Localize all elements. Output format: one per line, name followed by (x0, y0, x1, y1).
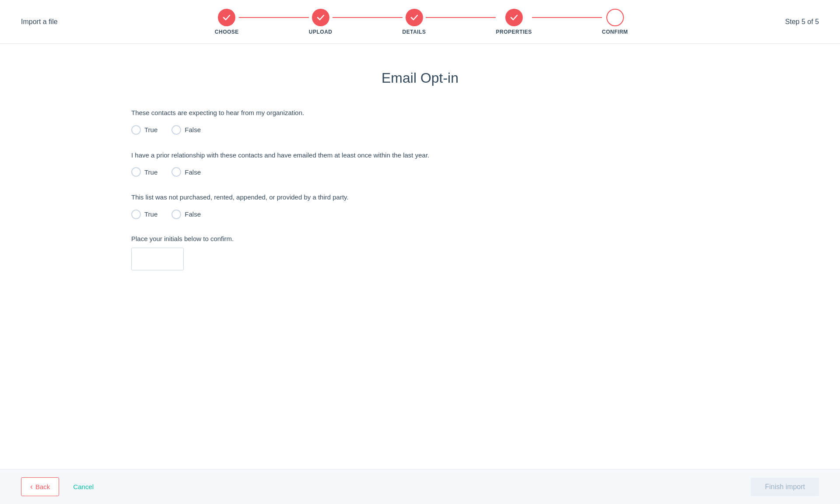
footer-left: ‹ Back Cancel (21, 477, 94, 496)
question-block-3: This list was not purchased, rented, app… (131, 192, 709, 219)
radio-input-q1-false[interactable] (172, 125, 181, 135)
question-text-2: I have a prior relationship with these c… (131, 150, 709, 161)
radio-option-q2-true[interactable]: True (131, 167, 158, 177)
footer: ‹ Back Cancel Finish import (0, 469, 840, 504)
question-text-3: This list was not purchased, rented, app… (131, 192, 709, 203)
step-confirm: CONFIRM (602, 9, 628, 35)
question-text-1: These contacts are expecting to hear fro… (131, 108, 709, 118)
question-block-2: I have a prior relationship with these c… (131, 150, 709, 177)
initials-label: Place your initials below to confirm. (131, 235, 709, 242)
radio-input-q1-true[interactable] (131, 125, 141, 135)
initials-input[interactable] (131, 248, 184, 270)
step-upload: UPLOAD (309, 9, 332, 35)
import-title: Import a file (21, 18, 58, 26)
radio-input-q3-true[interactable] (131, 210, 141, 219)
radio-group-1: True False (131, 125, 709, 135)
step-circle-upload (312, 9, 329, 26)
step-label-choose: CHOOSE (215, 29, 239, 35)
radio-option-q2-false[interactable]: False (172, 167, 201, 177)
question-block-1: These contacts are expecting to hear fro… (131, 108, 709, 135)
step-circle-properties (505, 9, 523, 26)
radio-option-q1-true[interactable]: True (131, 125, 158, 135)
step-properties: PROPERTIES (496, 9, 532, 35)
radio-group-2: True False (131, 167, 709, 177)
back-label: Back (35, 483, 50, 490)
connector-4 (532, 17, 602, 18)
step-circle-choose (218, 9, 235, 26)
step-circle-details (406, 9, 423, 26)
connector-1 (239, 17, 309, 18)
initials-section: Place your initials below to confirm. (131, 235, 709, 270)
radio-label-q2-false: False (185, 168, 201, 176)
stepper: CHOOSE UPLOAD DETAILS (215, 9, 628, 35)
radio-option-q3-true[interactable]: True (131, 210, 158, 219)
step-circle-confirm (606, 9, 624, 26)
radio-group-3: True False (131, 210, 709, 219)
back-chevron-icon: ‹ (30, 482, 33, 491)
step-label-properties: PROPERTIES (496, 29, 532, 35)
main-content: Email Opt-in These contacts are expectin… (0, 44, 840, 469)
back-button[interactable]: ‹ Back (21, 477, 59, 496)
step-label-details: DETAILS (402, 29, 426, 35)
step-choose: CHOOSE (215, 9, 239, 35)
radio-input-q2-false[interactable] (172, 167, 181, 177)
step-label-confirm: CONFIRM (602, 29, 628, 35)
radio-label-q2-true: True (144, 168, 158, 176)
radio-label-q1-true: True (144, 126, 158, 133)
finish-import-button[interactable]: Finish import (751, 478, 819, 496)
step-counter: Step 5 of 5 (785, 18, 819, 26)
radio-label-q3-false: False (185, 210, 201, 218)
cancel-link[interactable]: Cancel (73, 483, 94, 490)
radio-input-q2-true[interactable] (131, 167, 141, 177)
radio-option-q1-false[interactable]: False (172, 125, 201, 135)
step-details: DETAILS (402, 9, 426, 35)
page-title: Email Opt-in (131, 70, 709, 86)
connector-2 (332, 17, 402, 18)
header: Import a file CHOOSE UPLOAD (0, 0, 840, 44)
step-label-upload: UPLOAD (309, 29, 332, 35)
connector-3 (426, 17, 496, 18)
radio-option-q3-false[interactable]: False (172, 210, 201, 219)
radio-label-q3-true: True (144, 210, 158, 218)
radio-label-q1-false: False (185, 126, 201, 133)
radio-input-q3-false[interactable] (172, 210, 181, 219)
